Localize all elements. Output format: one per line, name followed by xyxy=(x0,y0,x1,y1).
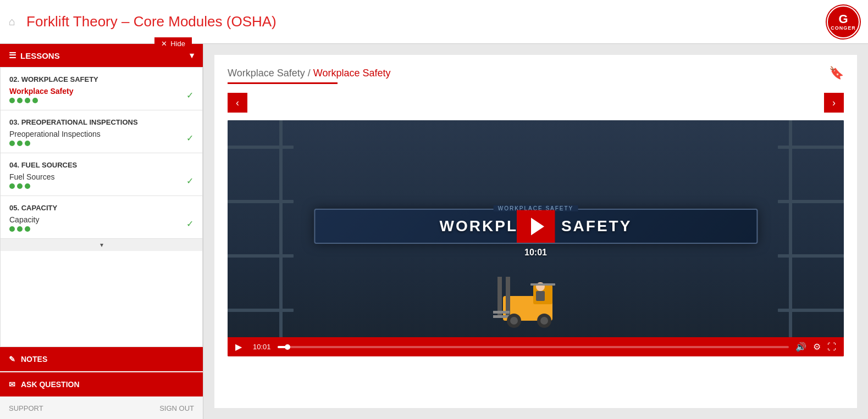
dot xyxy=(25,141,30,146)
sidebar-bottom: ✎ NOTES ✉ ASK QUESTION xyxy=(0,347,203,398)
content-card: Workplace Safety / Workplace Safety 🔖 ‹ … xyxy=(214,55,857,408)
lesson-section-03: 03. PREOPERATIONAL INSPECTIONS Preoperat… xyxy=(1,110,202,153)
sidebar-footer: SUPPORT SIGN OUT xyxy=(0,398,203,419)
rack-shelf xyxy=(228,200,294,203)
ask-question-button[interactable]: ✉ ASK QUESTION xyxy=(0,372,203,396)
svg-rect-12 xyxy=(530,283,555,286)
progress-dot xyxy=(285,344,290,350)
breadcrumb-current: Workplace Safety xyxy=(313,68,391,79)
svg-point-9 xyxy=(540,317,548,325)
svg-rect-3 xyxy=(506,277,510,315)
list-icon: ☰ xyxy=(9,51,16,60)
content-area: Workplace Safety / Workplace Safety 🔖 ‹ … xyxy=(203,44,868,419)
dot xyxy=(32,98,38,103)
breadcrumb-underline xyxy=(228,82,338,84)
svg-rect-5 xyxy=(493,315,510,318)
breadcrumb-separator: / xyxy=(308,68,313,79)
rack-shelf xyxy=(228,309,294,312)
rack-shelf xyxy=(228,146,294,149)
home-icon[interactable]: ⌂ xyxy=(9,15,15,28)
dot xyxy=(9,183,15,189)
app-header: ⌂ Forklift Theory – Core Modules (OSHA) … xyxy=(0,0,868,44)
logo-text: CONGER xyxy=(831,25,856,31)
settings-icon[interactable]: ⚙ xyxy=(813,342,821,352)
list-item[interactable]: Workplace Safety ✓ xyxy=(9,87,193,103)
video-controls: ▶ 10:01 🔊 ⚙ ⛶ xyxy=(228,337,844,356)
section-title-04: 04. FUEL SOURCES xyxy=(9,161,193,169)
lesson-name-capacity: Capacity xyxy=(9,215,39,224)
play-button[interactable] xyxy=(517,210,555,243)
list-item[interactable]: Preoperational Inspections ✓ xyxy=(9,130,193,146)
lessons-list: 02. WORKPLACE SAFETY Workplace Safety ✓ xyxy=(0,67,203,347)
play-triangle-icon xyxy=(531,217,544,235)
logo: G CONGER xyxy=(824,3,863,41)
play-control-button[interactable]: ▶ xyxy=(235,342,246,352)
dot xyxy=(25,98,30,103)
rack-right xyxy=(778,120,844,337)
lesson-dots xyxy=(9,98,73,103)
notes-button[interactable]: ✎ NOTES xyxy=(0,347,203,371)
dot xyxy=(17,141,23,146)
support-link[interactable]: SUPPORT xyxy=(9,404,43,412)
rack-left xyxy=(228,120,294,337)
check-icon: ✓ xyxy=(186,90,193,100)
play-overlay: 10:01 xyxy=(517,210,555,257)
lesson-section-04: 04. FUEL SOURCES Fuel Sources ✓ xyxy=(1,153,202,196)
check-icon: ✓ xyxy=(186,176,193,186)
lesson-section-02: 02. WORKPLACE SAFETY Workplace Safety ✓ xyxy=(1,68,202,110)
lesson-dots xyxy=(9,183,54,189)
svg-rect-4 xyxy=(493,311,510,314)
progress-bar[interactable] xyxy=(278,346,789,348)
svg-point-7 xyxy=(510,317,518,325)
lesson-dots xyxy=(9,226,39,232)
video-player: WORKPLACE SAFETY WORKPLACE SAFETY 10:01 xyxy=(228,120,844,356)
sidebar: ✕ Hide ☰ LESSONS ▾ 02. WORKPLACE SAFETY … xyxy=(0,44,203,419)
rack-shelf xyxy=(778,309,844,312)
list-item[interactable]: Capacity ✓ xyxy=(9,215,193,232)
forklift-illustration xyxy=(492,266,580,332)
logo-letter: G xyxy=(838,13,848,25)
sign-out-link[interactable]: SIGN OUT xyxy=(159,404,194,412)
section-title-02: 02. WORKPLACE SAFETY xyxy=(9,75,193,83)
main-layout: ✕ Hide ☰ LESSONS ▾ 02. WORKPLACE SAFETY … xyxy=(0,44,868,419)
svg-rect-2 xyxy=(497,277,502,315)
rack-shelf xyxy=(778,254,844,258)
chevron-down-icon: ▾ xyxy=(190,51,194,60)
video-time-center: 10:01 xyxy=(524,247,547,257)
breadcrumb-row: Workplace Safety / Workplace Safety 🔖 xyxy=(228,66,844,80)
svg-rect-11 xyxy=(536,291,545,301)
rack-vertical-right xyxy=(789,120,792,337)
fullscreen-icon[interactable]: ⛶ xyxy=(827,342,836,352)
dot xyxy=(9,226,15,232)
lesson-name-workplace-safety: Workplace Safety xyxy=(9,87,73,96)
list-item[interactable]: Fuel Sources ✓ xyxy=(9,172,193,189)
rack-shelf xyxy=(228,254,294,258)
check-icon: ✓ xyxy=(186,133,193,143)
dot xyxy=(9,98,15,103)
bookmark-icon[interactable]: 🔖 xyxy=(829,66,844,80)
email-icon: ✉ xyxy=(9,380,15,389)
dot xyxy=(9,141,15,146)
rack-shelf xyxy=(778,200,844,203)
dot xyxy=(17,98,23,103)
nav-row: ‹ › xyxy=(228,93,844,113)
lesson-name-fuel-sources: Fuel Sources xyxy=(9,172,54,181)
hide-button[interactable]: ✕ Hide xyxy=(154,37,192,50)
video-scene: WORKPLACE SAFETY WORKPLACE SAFETY 10:01 xyxy=(228,120,844,337)
dot xyxy=(25,183,30,189)
prev-button[interactable]: ‹ xyxy=(228,93,247,113)
dot xyxy=(25,226,30,232)
close-icon: ✕ xyxy=(161,40,167,48)
breadcrumb: Workplace Safety / Workplace Safety xyxy=(228,68,391,79)
dot xyxy=(17,226,23,232)
lesson-name-preoperational: Preoperational Inspections xyxy=(9,130,101,138)
lesson-dots xyxy=(9,141,101,146)
rack-shelf xyxy=(778,146,844,149)
next-button[interactable]: › xyxy=(824,93,844,113)
section-title-03: 03. PREOPERATIONAL INSPECTIONS xyxy=(9,118,193,126)
volume-icon[interactable]: 🔊 xyxy=(795,342,806,352)
scroll-down-arrow[interactable]: ▾ xyxy=(1,239,202,251)
lesson-section-05: 05. CAPACITY Capacity ✓ xyxy=(1,196,202,239)
page-title: Forklift Theory – Core Modules (OSHA) xyxy=(26,13,859,30)
check-icon: ✓ xyxy=(186,219,193,229)
